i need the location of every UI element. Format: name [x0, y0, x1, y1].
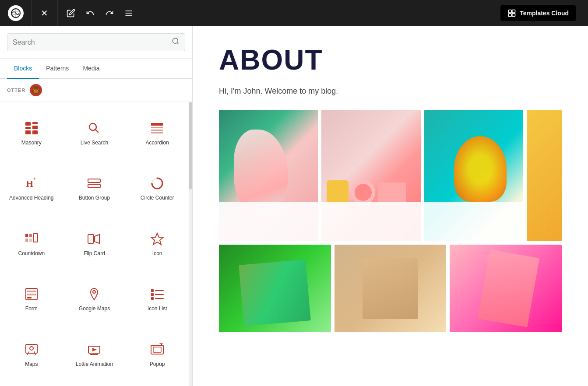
button-group-icon: [86, 175, 102, 191]
photo-white-overlay: [219, 202, 318, 241]
templates-cloud-icon: [507, 9, 516, 18]
pencil-button[interactable]: [63, 5, 79, 21]
block-item-masonry[interactable]: Masonry: [2, 107, 61, 159]
svg-rect-22: [32, 130, 38, 134]
svg-rect-44: [27, 297, 32, 298]
block-item-maps[interactable]: Maps: [2, 329, 61, 381]
svg-rect-46: [151, 289, 154, 292]
flip-card-label: Flip Card: [84, 250, 105, 257]
close-button[interactable]: ✕: [32, 0, 58, 26]
svg-rect-39: [88, 235, 94, 243]
svg-rect-21: [25, 130, 31, 134]
scroll-thumb: [189, 102, 192, 189]
form-icon: [24, 286, 39, 302]
wp-logo[interactable]: [0, 0, 32, 26]
otter-label: OTTER: [7, 88, 25, 93]
svg-rect-26: [151, 130, 163, 131]
svg-rect-30: [88, 179, 100, 182]
block-item-accordion[interactable]: Accordion: [127, 107, 187, 159]
lottie-animation-label: Lottie Animation: [76, 361, 113, 368]
accordion-icon: [149, 120, 165, 136]
tab-blocks[interactable]: Blocks: [7, 59, 39, 79]
svg-rect-42: [27, 291, 36, 292]
svg-point-45: [93, 291, 95, 293]
photo-grid-top: [219, 110, 562, 241]
svg-point-16: [38, 89, 39, 90]
block-item-popup[interactable]: Popup: [127, 329, 187, 381]
canvas: ABOUT Hi, I'm John. Welcome to my blog.: [193, 26, 588, 386]
svg-rect-7: [512, 14, 515, 17]
block-item-lottie-animation[interactable]: Lottie Animation: [65, 329, 124, 381]
button-group-label: Button Group: [79, 195, 110, 202]
svg-point-8: [173, 38, 178, 43]
block-item-flip-card[interactable]: Flip Card: [65, 218, 124, 270]
menu-button[interactable]: [121, 5, 137, 21]
undo-button[interactable]: [82, 5, 98, 21]
svg-rect-56: [151, 345, 163, 354]
popup-icon: [149, 342, 165, 358]
svg-rect-25: [151, 127, 163, 128]
svg-rect-36: [25, 239, 28, 242]
search-icon: [172, 37, 180, 47]
svg-rect-18: [32, 122, 38, 124]
flip-card-icon: [86, 231, 102, 247]
accordion-label: Accordion: [145, 140, 169, 147]
photo-white-overlay-food: [321, 202, 420, 241]
bulb-shape: [454, 136, 507, 202]
svg-text:H: H: [26, 178, 33, 189]
search-box: [7, 33, 185, 51]
redo-button[interactable]: [102, 5, 117, 21]
block-item-icon-list[interactable]: Icon List: [127, 274, 187, 326]
svg-rect-6: [509, 14, 512, 17]
google-maps-label: Google Maps: [79, 305, 110, 312]
search-area: [0, 26, 192, 59]
svg-point-52: [30, 347, 33, 350]
photo-beige: [334, 245, 447, 332]
block-item-button-group[interactable]: Button Group: [65, 163, 124, 215]
block-item-circle-counter[interactable]: Circle Counter: [127, 163, 187, 215]
photo-green: [219, 245, 331, 332]
templates-cloud-button[interactable]: Templates Cloud: [500, 5, 576, 21]
popup-label: Popup: [150, 361, 165, 368]
tab-media[interactable]: Media: [76, 59, 106, 79]
icon-label: Icon: [152, 250, 162, 257]
circle-counter-label: Circle Counter: [141, 195, 174, 202]
main-area: Blocks Patterns Media OTTER: [0, 26, 588, 386]
toolbar-actions: Templates Cloud: [58, 5, 588, 21]
search-input[interactable]: [13, 39, 172, 46]
close-icon: ✕: [41, 8, 48, 18]
page-subtitle: Hi, I'm John. Welcome to my blog.: [219, 87, 562, 96]
scroll-track[interactable]: [189, 102, 192, 386]
photo-crystal: [219, 110, 318, 241]
svg-rect-37: [29, 239, 32, 242]
block-item-live-search[interactable]: Live Search: [65, 107, 124, 159]
wp-logo-icon: [8, 5, 24, 21]
svg-rect-34: [25, 234, 28, 237]
svg-rect-43: [27, 294, 36, 295]
form-label: Form: [25, 305, 38, 312]
svg-rect-24: [151, 123, 163, 126]
blocks-grid: Masonry Live Search: [0, 102, 189, 386]
block-item-countdown[interactable]: Countdown: [2, 218, 61, 270]
masonry-icon: [24, 120, 39, 136]
tab-bar: Blocks Patterns Media: [0, 59, 192, 79]
photo-white-overlay-bulb: [424, 202, 523, 241]
photo-pink: [450, 245, 562, 332]
otter-avatar: [30, 84, 42, 96]
templates-cloud-label: Templates Cloud: [520, 10, 569, 17]
advanced-heading-icon: H +: [24, 175, 39, 191]
maps-label: Maps: [25, 361, 38, 368]
svg-rect-35: [29, 234, 32, 237]
tab-patterns[interactable]: Patterns: [39, 59, 76, 79]
photo-grid-bottom: [219, 245, 562, 332]
block-item-form[interactable]: Form: [2, 274, 61, 326]
otter-header: OTTER: [0, 79, 192, 102]
svg-rect-57: [153, 347, 161, 352]
block-item-icon[interactable]: Icon: [127, 218, 187, 270]
toolbar: ✕ Templa: [0, 0, 588, 26]
block-item-google-maps[interactable]: Google Maps: [65, 274, 124, 326]
block-item-advanced-heading[interactable]: H + Advanced Heading: [2, 163, 61, 215]
svg-rect-4: [509, 10, 512, 13]
icon-list-icon: [149, 286, 165, 302]
circle-counter-icon: [149, 175, 165, 191]
